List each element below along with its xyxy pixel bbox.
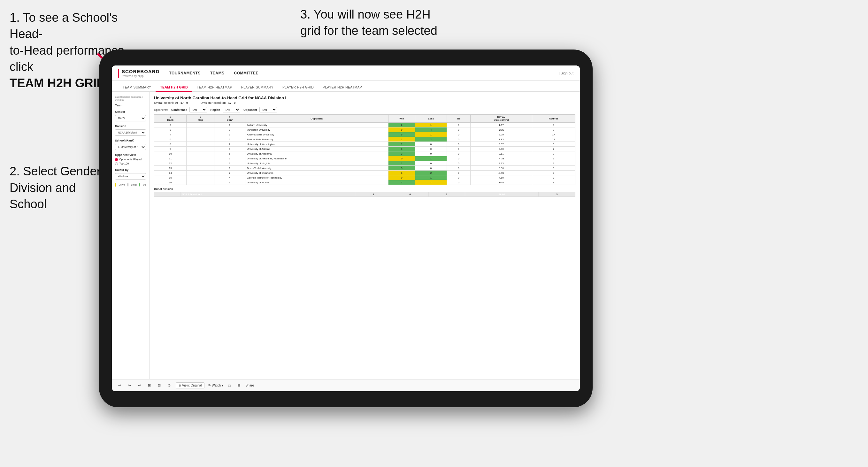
sub-nav-player-h2h-heatmap[interactable]: PLAYER H2H HEATMAP (318, 83, 366, 92)
cell-win: 1 (388, 161, 415, 166)
last-updated: Last Updated: 27/03/2024 16:55:38 (115, 95, 146, 101)
logo-area: SCOREBOARD Powered by clippi (118, 69, 159, 77)
ood-diff: 26.00 (465, 192, 539, 197)
cell-conf: 6 (214, 156, 245, 161)
table-row: 15 4 Georgia Institute of Technology 0 1… (154, 175, 576, 180)
radio-dot-unselected (115, 162, 118, 165)
cell-tie: 0 (446, 151, 470, 156)
table-row: 10 5 University of Alabama 3 0 0 2.61 8 (154, 151, 576, 156)
opponents-played-radio[interactable]: Opponents Played (115, 158, 146, 161)
cell-opponent: University of Alabama (245, 151, 388, 156)
cell-opponent: University of Oklahoma (245, 170, 388, 175)
table-row: 14 2 University of Oklahoma 1 2 0 -1.00 … (154, 170, 576, 175)
watch-button[interactable]: 👁 Watch ▾ (208, 384, 223, 387)
cell-win: 1 (388, 170, 415, 175)
cell-win: 3 (388, 166, 415, 170)
cell-tie: 0 (446, 156, 470, 161)
sub-nav-player-summary[interactable]: PLAYER SUMMARY (237, 83, 278, 92)
share-button[interactable]: Share (245, 384, 254, 387)
legend-up-dot (139, 183, 140, 187)
cell-reg (187, 151, 214, 156)
out-of-division-label: Out of division (154, 187, 576, 191)
undo-button[interactable]: ↩ (116, 382, 123, 388)
region-select[interactable]: (All) (223, 107, 240, 113)
cell-reg (187, 127, 214, 132)
grid-records: Overall Record: 89 - 17 - 0 Division Rec… (154, 101, 576, 104)
sign-out-button[interactable]: | Sign out (559, 71, 574, 75)
cell-conf: 3 (214, 147, 245, 151)
cell-loss: 4 (415, 127, 446, 132)
conference-select[interactable]: (All) (189, 107, 207, 113)
filter-opponents-label: Opponents: (154, 108, 168, 112)
opponent-select[interactable]: (All) (259, 107, 277, 113)
cell-rank: 16 (154, 180, 187, 185)
colour-by-select[interactable]: Win/loss (115, 173, 146, 180)
toolbar-icon2[interactable]: ⊞ (236, 382, 242, 388)
opponent-view-radio-group: Opponents Played Top 100 (115, 158, 146, 165)
main-content: Last Updated: 27/03/2024 16:55:38 Team G… (112, 92, 580, 379)
sub-nav-player-h2h-grid[interactable]: PLAYER H2H GRID (278, 83, 318, 92)
conference-filter: Conference (All) (171, 107, 207, 113)
sub-nav-team-summary[interactable]: TEAM SUMMARY (118, 83, 156, 92)
cell-reg (187, 175, 214, 180)
col-reg: #Reg (187, 115, 214, 123)
cell-rounds: 9 (532, 180, 575, 185)
ood-name: NCAA Division II (180, 192, 355, 197)
ood-tie: 0 (428, 192, 465, 197)
cell-opponent: Florida State University (245, 137, 388, 142)
nav-teams[interactable]: TEAMS (210, 70, 225, 77)
gender-select[interactable]: Men's (115, 115, 146, 121)
toolbar-icon1[interactable]: □ (226, 383, 232, 388)
back-button[interactable]: ↩ (136, 382, 143, 388)
cell-win: 2 (388, 123, 415, 127)
cell-reg (187, 161, 214, 166)
sidebar: Last Updated: 27/03/2024 16:55:38 Team G… (112, 92, 150, 379)
sidebar-team-section: Team (115, 104, 146, 107)
school-select[interactable]: 1. University of Nort... (115, 144, 146, 150)
cell-conf: 3 (214, 161, 245, 166)
cell-rank: 4 (154, 132, 187, 137)
sidebar-colour-by-section: Colour by Win/loss (115, 168, 146, 180)
cell-reg (187, 123, 214, 127)
ood-loss: 0 (392, 192, 428, 197)
cell-loss: 0 (415, 142, 446, 147)
table-row: 8 2 University of Washington 1 0 0 3.67 … (154, 142, 576, 147)
cell-rounds: 3 (532, 142, 575, 147)
cell-tie: 0 (446, 137, 470, 142)
redo-button[interactable]: ↪ (126, 382, 133, 388)
cell-loss: 1 (415, 175, 446, 180)
col-loss: Loss (415, 115, 446, 123)
cell-rank: 15 (154, 175, 187, 180)
cell-win: 1 (388, 137, 415, 142)
cell-conf: 1 (214, 166, 245, 170)
cell-rounds: 9 (532, 175, 575, 180)
cell-loss: 1 (415, 156, 446, 161)
cell-tie: 0 (446, 123, 470, 127)
nav-committee[interactable]: COMMITTEE (234, 70, 258, 77)
sub-nav-team-h2h-heatmap[interactable]: TEAM H2H HEATMAP (192, 83, 237, 92)
cell-reg (187, 156, 214, 161)
cell-diff: 1.83 (471, 137, 532, 142)
annotation-2: 2. Select Gender, Division and School (9, 147, 103, 212)
sub-nav-team-h2h-grid[interactable]: TEAM H2H GRID (156, 83, 192, 92)
grid-button[interactable]: ⊡ (156, 382, 163, 388)
nav-tournaments[interactable]: TOURNAMENTS (169, 70, 200, 77)
top-100-radio[interactable]: Top 100 (115, 162, 146, 165)
cell-diff: -1.00 (471, 170, 532, 175)
tablet-screen: SCOREBOARD Powered by clippi TOURNAMENTS… (112, 65, 580, 391)
copy-button[interactable]: ⊞ (146, 382, 153, 388)
cell-rounds: 3 (532, 161, 575, 166)
division-select[interactable]: NCAA Division I (115, 129, 146, 136)
cell-diff: -2.29 (471, 127, 532, 132)
cell-diff: -4.33 (471, 156, 532, 161)
cell-diff: 3.67 (471, 142, 532, 147)
cell-opponent: University of Arkansas, Fayetteville (245, 156, 388, 161)
col-tie: Tie (446, 115, 470, 123)
view-original-button[interactable]: ⊕ View: Original (176, 382, 205, 388)
cell-tie: 0 (446, 170, 470, 175)
clock-button[interactable]: ⊙ (166, 382, 173, 388)
cell-opponent: Georgia Institute of Technology (245, 175, 388, 180)
cell-reg (187, 142, 214, 147)
cell-rounds: 8 (532, 151, 575, 156)
cell-rank: 2 (154, 123, 187, 127)
